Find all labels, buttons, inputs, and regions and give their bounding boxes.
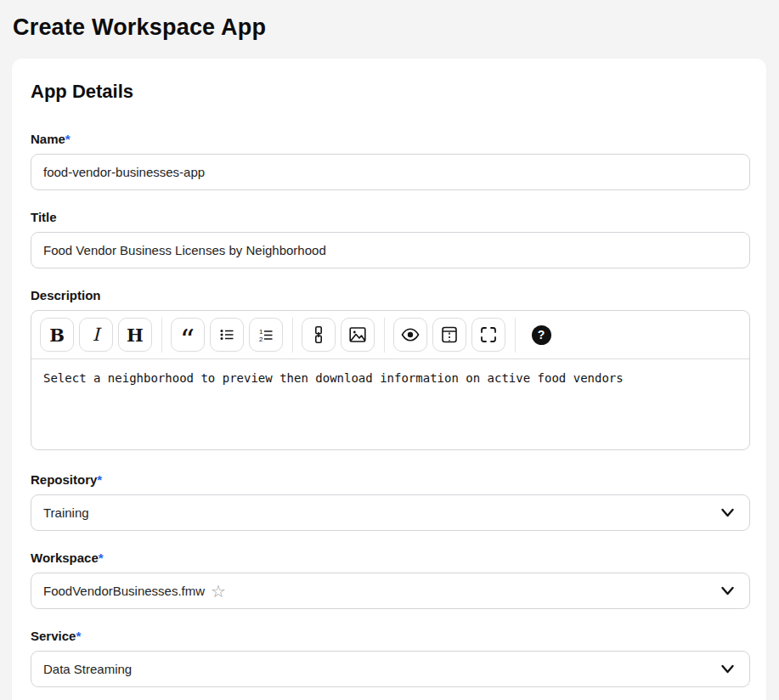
columns-icon [439, 325, 460, 345]
repository-label: Repository* [31, 472, 750, 488]
svg-text:1: 1 [259, 328, 263, 336]
service-selected-value: Data Streaming [43, 662, 132, 676]
image-icon [347, 325, 368, 345]
workspace-select[interactable]: FoodVendorBusinesses.fmw ☆ [31, 573, 750, 609]
workspace-field: Workspace* FoodVendorBusinesses.fmw ☆ [31, 550, 750, 609]
name-label: Name* [31, 132, 750, 147]
name-input[interactable] [31, 154, 750, 190]
ordered-list-icon: 1 2 [256, 325, 276, 345]
toolbar-separator [384, 318, 385, 353]
service-label: Service* [31, 629, 750, 644]
heading-icon: H [127, 326, 144, 344]
repository-select[interactable]: Training [31, 494, 750, 531]
bold-button[interactable]: B [40, 318, 74, 352]
repository-selected-value: Training [43, 505, 89, 520]
description-textarea[interactable]: Select a neighborhood to preview then do… [31, 359, 749, 449]
ordered-list-button[interactable]: 1 2 [249, 318, 283, 352]
section-heading: App Details [31, 81, 750, 103]
toolbar-separator [292, 318, 293, 353]
heading-button[interactable]: H [118, 318, 152, 352]
chevron-down-icon [720, 661, 736, 677]
quote-icon: “ [180, 323, 195, 347]
repository-field: Repository* Training [31, 472, 750, 531]
required-asterisk: * [76, 629, 81, 643]
chevron-down-icon [720, 583, 736, 599]
service-select[interactable]: Data Streaming [31, 651, 750, 687]
markdown-editor: B I H “ 1 [31, 310, 750, 450]
eye-icon [400, 325, 421, 345]
side-by-side-button[interactable] [432, 318, 466, 352]
toolbar-separator [161, 318, 162, 353]
workspace-label: Workspace* [31, 550, 750, 566]
chevron-down-icon [720, 505, 736, 521]
title-label: Title [31, 210, 750, 225]
image-button[interactable] [341, 318, 375, 352]
service-field: Service* Data Streaming [31, 629, 750, 687]
unordered-list-button[interactable] [210, 318, 244, 352]
required-asterisk: * [97, 472, 102, 487]
fullscreen-button[interactable] [471, 318, 505, 352]
favorite-star-icon[interactable]: ☆ [211, 583, 226, 600]
required-asterisk: * [65, 132, 71, 146]
editor-toolbar: B I H “ 1 [31, 311, 749, 359]
link-icon [308, 325, 329, 345]
title-input[interactable] [31, 232, 750, 268]
link-button[interactable] [302, 318, 336, 352]
workspace-selected-value: FoodVendorBusinesses.fmw ☆ [43, 583, 226, 600]
guide-button[interactable]: ? [524, 318, 558, 352]
title-field: Title [31, 210, 750, 268]
toolbar-separator [515, 318, 516, 353]
page-title: Create Workspace App [13, 14, 779, 41]
unordered-list-icon [217, 325, 237, 345]
quote-button[interactable]: “ [171, 318, 205, 352]
name-field: Name* [31, 132, 750, 190]
svg-text:2: 2 [259, 336, 263, 343]
description-field: Description B I H “ [31, 288, 750, 450]
app-details-card: App Details Name* Title Description B I … [12, 59, 766, 700]
italic-button[interactable]: I [79, 318, 113, 352]
question-circle-icon: ? [532, 325, 551, 345]
italic-icon: I [93, 326, 99, 344]
bold-icon: B [49, 326, 65, 344]
fullscreen-icon [478, 325, 499, 345]
description-label: Description [31, 288, 750, 303]
preview-button[interactable] [393, 318, 427, 352]
required-asterisk: * [99, 550, 104, 565]
